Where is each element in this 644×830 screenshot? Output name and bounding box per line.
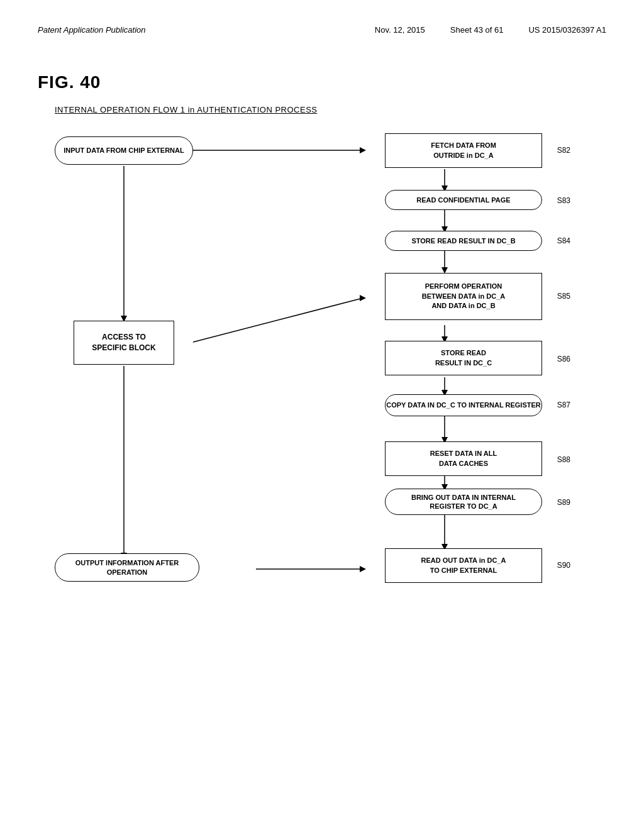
box-s83: READ CONFIDENTIAL PAGE [385,190,542,210]
box-s85: PERFORM OPERATIONBETWEEN DATA in DC_AAND… [385,273,542,320]
box-s88: RESET DATA IN ALLDATA CACHES [385,441,542,476]
step-label-s89: S89 [557,498,570,507]
figure-title: FIG. 40 [38,72,606,92]
step-label-s90: S90 [557,561,570,570]
diagram-container: INTERNAL OPERATION FLOW 1 in AUTHENTICAT… [55,105,589,611]
diagram-title: INTERNAL OPERATION FLOW 1 in AUTHENTICAT… [55,105,589,114]
svg-marker-25 [360,566,366,572]
svg-marker-23 [360,295,366,301]
box-s90: READ OUT DATA in DC_ATO CHIP EXTERNAL [385,548,542,583]
flow-diagram: INPUT DATA FROM CHIP EXTERNAL ACCESS TOS… [55,133,570,611]
page: Patent Application Publication Nov. 12, … [0,0,644,830]
box-s87: COPY DATA IN DC_C TO INTERNAL REGISTER [385,394,542,416]
header-publication: Patent Application Publication [38,25,146,35]
step-label-s82: S82 [557,146,570,155]
header-info: Nov. 12, 2015 Sheet 43 of 61 US 2015/032… [375,25,606,35]
page-header: Patent Application Publication Nov. 12, … [38,25,606,35]
box-input-data: INPUT DATA FROM CHIP EXTERNAL [55,136,193,165]
box-access-block: ACCESS TOSPECIFIC BLOCK [74,321,174,365]
step-label-s83: S83 [557,196,570,205]
box-s82: FETCH DATA FROMOUTRIDE in DC_A [385,133,542,168]
box-output-info: OUTPUT INFORMATION AFTER OPERATION [55,553,199,582]
step-label-s87: S87 [557,401,570,409]
svg-line-22 [193,298,363,342]
header-sheet: Sheet 43 of 61 [450,25,504,35]
header-date: Nov. 12, 2015 [375,25,425,35]
step-label-s85: S85 [557,292,570,301]
header-patent: US 2015/0326397 A1 [528,25,606,35]
step-label-s86: S86 [557,355,570,363]
box-s84: STORE READ RESULT IN DC_B [385,231,542,251]
box-s86: STORE READRESULT IN DC_C [385,341,542,375]
svg-marker-21 [360,147,366,153]
step-label-s88: S88 [557,455,570,464]
step-label-s84: S84 [557,236,570,245]
box-s89: BRING OUT DATA IN INTERNALREGISTER TO DC… [385,489,542,515]
